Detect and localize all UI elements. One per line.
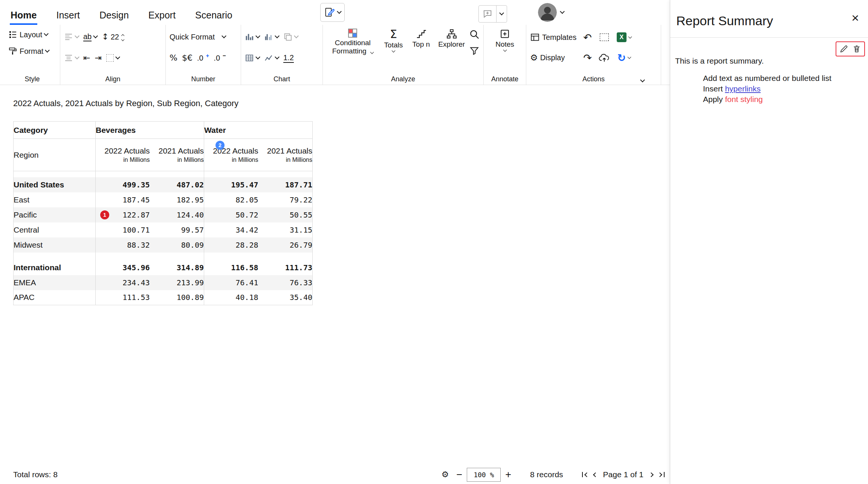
value-cell[interactable]: 99.57 [150,222,204,237]
templates-button[interactable]: Templates [530,27,576,47]
vertical-align-button[interactable] [64,50,79,66]
value-cell[interactable]: 100.89 [150,290,204,305]
top-n-button[interactable]: Top n [408,26,434,68]
row-label-cell[interactable]: Central [14,222,96,237]
last-page-button[interactable] [658,472,665,477]
value-cell[interactable]: 88.32 [96,237,150,253]
value-cell[interactable]: 314.89 [150,260,204,275]
close-icon[interactable]: × [851,13,859,23]
value-cell[interactable]: 50.72 [204,207,258,222]
row-dimension-header[interactable]: Region [14,139,96,171]
font-size-stepper[interactable] [122,33,124,41]
value-cell[interactable]: 499.35 [96,177,150,192]
percent-format-button[interactable]: % [170,50,177,66]
increase-decimal-button[interactable]: .0+ [197,50,209,66]
currency-format-button[interactable]: $€ [182,50,193,66]
increase-indent-button[interactable]: ⇥ [95,50,101,66]
column-header-category[interactable]: Category [14,122,96,139]
value-cell[interactable]: 76.41 [204,275,258,290]
tab-design[interactable]: Design [99,5,130,25]
add-annotation-dropdown[interactable] [496,6,507,22]
value-cell[interactable]: 50.55 [258,207,313,222]
value-cell[interactable]: 213.99 [150,275,204,290]
bar-chart-button[interactable] [245,29,260,45]
row-label-cell[interactable]: International [14,260,96,275]
decrease-indent-button[interactable]: ⇤ [83,50,90,66]
row-label-cell[interactable]: East [14,192,96,207]
edit-mode-button[interactable] [320,3,345,22]
tab-export[interactable]: Export [148,5,176,25]
tab-home[interactable]: Home [10,5,37,25]
value-cell[interactable]: 80.09 [150,237,204,253]
value-cell[interactable]: 100.71 [96,222,150,237]
publish-button[interactable] [599,47,610,68]
delete-summary-button[interactable] [853,44,861,53]
value-cell[interactable]: 40.18 [204,290,258,305]
value-cell[interactable]: 187.71 [258,177,313,192]
settings-gear-icon[interactable]: ⚙ [442,470,449,479]
value-cell[interactable]: 182.95 [150,192,204,207]
value-cell[interactable]: 116.58 [204,260,258,275]
conditional-formatting-button[interactable]: Conditional Formatting [327,26,379,68]
undo-button[interactable]: ↶ [583,27,592,47]
column-header[interactable]: 22022 Actualsin Millions [204,139,258,171]
quick-format-dropdown[interactable]: Quick Format [170,26,237,47]
column-group-header[interactable]: Water [204,122,313,139]
value-cell[interactable]: 26.79 [258,237,313,253]
pivot-chart-button[interactable] [283,29,298,45]
add-annotation-button[interactable] [479,6,496,22]
grouped-chart-button[interactable] [264,29,279,45]
horizontal-align-button[interactable] [64,29,79,45]
totals-button[interactable]: Σ Totals [381,26,406,68]
row-label-cell[interactable]: EMEA [14,275,96,290]
annotation-badge[interactable]: 1 [100,210,109,219]
display-button[interactable]: ⚙ Display [530,47,576,68]
value-cell[interactable]: 487.02 [150,177,204,192]
decimal-display-button[interactable]: 1.2 [283,50,294,66]
table-view-button[interactable] [245,50,260,66]
value-cell[interactable]: 76.33 [258,275,313,290]
value-cell[interactable]: 79.22 [258,192,313,207]
font-size-value[interactable]: 22 [111,33,119,41]
value-cell[interactable]: 345.96 [96,260,150,275]
first-page-button[interactable] [582,472,588,477]
value-cell[interactable]: 111.53 [96,290,150,305]
value-cell[interactable]: 234.43 [96,275,150,290]
search-button[interactable] [469,29,480,40]
column-header[interactable]: 2022 Actualsin Millions [96,139,150,171]
next-page-button[interactable] [649,473,653,476]
value-cell[interactable]: 124.40 [150,207,204,222]
value-cell[interactable]: 187.45 [96,192,150,207]
value-cell[interactable]: 111.73 [258,260,313,275]
row-label-cell[interactable]: Pacific [14,207,96,222]
column-header[interactable]: 2021 Actualsin Millions [150,139,204,171]
redo-button[interactable]: ↷ [583,47,592,68]
value-cell[interactable]: 195.47 [204,177,258,192]
tab-scenario[interactable]: Scenario [194,5,233,25]
column-header[interactable]: 2021 Actualsin Millions [258,139,313,171]
selection-button[interactable] [599,27,610,47]
decrease-decimal-button[interactable]: .0− [214,50,226,66]
row-label-cell[interactable]: APAC [14,290,96,305]
comment-badge[interactable]: 2 [215,141,225,150]
tab-insert[interactable]: Insert [55,5,81,25]
layout-button[interactable]: Layout [8,26,56,43]
value-cell[interactable]: 82.05 [204,192,258,207]
zoom-in-button[interactable]: + [504,469,513,481]
line-chart-button[interactable] [264,50,279,66]
hyperlinks-link[interactable]: hyperlinks [725,84,761,93]
export-excel-button[interactable]: X [617,27,631,47]
value-cell[interactable]: 35.40 [258,290,313,305]
filter-button[interactable] [469,45,480,56]
column-group-header[interactable]: Beverages [96,122,204,139]
notes-button[interactable]: Notes [489,26,521,68]
refresh-button[interactable]: ↻ [617,47,631,68]
zoom-out-button[interactable]: − [455,469,464,481]
zoom-input[interactable]: 100 % [467,468,501,482]
borders-button[interactable] [106,50,119,66]
value-cell[interactable]: 34.42 [204,222,258,237]
value-cell[interactable]: 1122.87 [96,207,150,222]
format-button[interactable]: Format [8,43,56,59]
previous-page-button[interactable] [594,473,597,476]
value-cell[interactable]: 31.15 [258,222,313,237]
